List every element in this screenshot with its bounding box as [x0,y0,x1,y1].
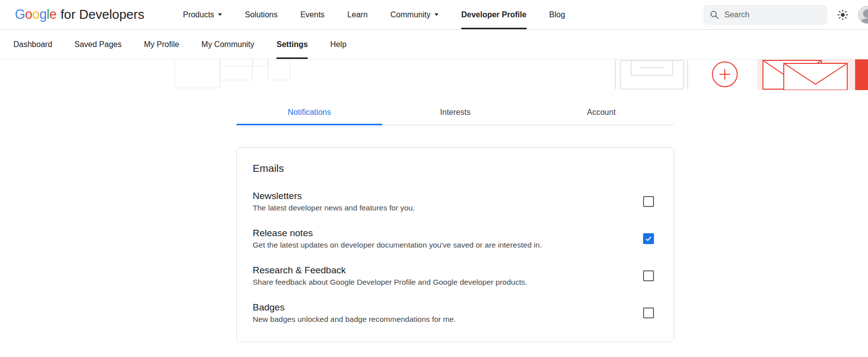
plus-circle-icon [712,61,738,87]
grid-decoration [220,59,253,80]
setting-description: The latest developer news and features f… [253,203,415,213]
avatar[interactable] [858,6,868,24]
grid-decoration [174,59,220,88]
decorative-banner [0,59,868,90]
subnav-label: Help [330,40,346,49]
top-nav: Products Solutions Events Learn Communit… [183,0,565,29]
theme-toggle-button[interactable] [837,9,848,20]
search-icon [709,10,719,20]
setting-text: Newsletters The latest developer news an… [253,189,430,213]
tab-label: Account [587,108,616,116]
chevron-down-icon [218,13,222,16]
emails-card: Emails Newsletters The latest developer … [236,147,674,342]
nav-learn[interactable]: Learn [347,0,368,29]
subnav-saved-pages[interactable]: Saved Pages [74,30,121,59]
tab-interests[interactable]: Interests [382,101,529,125]
setting-title: Badges [253,301,456,314]
search-input[interactable] [724,10,821,19]
setting-description: New badges unlocked and badge recommenda… [253,314,456,325]
setting-text: Badges New badges unlocked and badge rec… [253,301,471,325]
subnav-settings[interactable]: Settings [276,30,308,59]
tab-label: Notifications [288,108,331,116]
google-logo-text: Google [15,7,56,22]
nav-community[interactable]: Community [390,0,438,29]
nav-events[interactable]: Events [300,0,325,29]
logo-letter: e [50,7,57,22]
research-feedback-checkbox[interactable] [643,270,654,281]
nav-label: Developer Profile [461,10,527,19]
setting-title: Research & Feedback [253,263,527,277]
subnav-label: My Profile [144,40,179,49]
nav-label: Community [390,10,431,19]
subnav-label: Settings [276,40,308,49]
nav-label: Events [300,10,325,19]
logo-letter: o [32,7,40,22]
setting-row-release-notes: Release notes Get the latest updates on … [253,226,658,251]
subnav-dashboard[interactable]: Dashboard [13,30,52,59]
logo-letter: G [15,7,25,22]
search-box[interactable] [704,5,827,25]
setting-text: Release notes Get the latest updates on … [253,226,557,251]
setting-description: Get the latest updates on developer docu… [253,240,542,251]
chevron-down-icon [434,13,438,16]
settings-tabs: Notifications Interests Account [236,101,674,125]
setting-row-research-feedback: Research & Feedback Share feedback about… [253,263,658,288]
red-bar-decoration [855,59,868,90]
nav-developer-profile[interactable]: Developer Profile [461,0,527,29]
logo-letter: g [40,7,47,22]
nav-blog[interactable]: Blog [549,0,565,29]
setting-description: Share feedback about Google Developer Pr… [253,277,527,288]
tab-account[interactable]: Account [528,101,674,125]
sun-icon [837,9,848,20]
logo-suffix-text: for Developers [60,7,144,22]
badges-checkbox[interactable] [643,307,654,318]
subnav-my-community[interactable]: My Community [202,30,255,59]
subnav-label: Saved Pages [74,40,121,49]
subnav-help[interactable]: Help [330,30,346,59]
tab-label: Interests [440,108,470,116]
nav-label: Blog [549,10,565,19]
tab-notifications[interactable]: Notifications [236,101,382,125]
subnav-label: Dashboard [13,40,52,49]
grid-decoration [268,59,290,80]
google-developers-logo[interactable]: Google for Developers [15,0,144,29]
profile-subnav: Dashboard Saved Pages My Profile My Comm… [0,30,868,59]
envelopes-decoration [760,59,855,90]
top-header: Google for Developers Products Solutions… [0,0,868,30]
nav-label: Learn [347,10,368,19]
archive-outline-decoration [614,59,701,90]
newsletters-checkbox[interactable] [643,196,654,207]
nav-solutions[interactable]: Solutions [245,0,277,29]
setting-row-newsletters: Newsletters The latest developer news an… [253,189,658,213]
setting-title: Newsletters [253,189,415,203]
nav-products[interactable]: Products [183,0,222,29]
nav-label: Products [183,10,214,19]
card-title: Emails [253,162,658,174]
check-icon [645,235,652,243]
logo-letter: o [25,7,33,22]
subnav-my-profile[interactable]: My Profile [144,30,179,59]
setting-title: Release notes [253,226,542,240]
setting-row-badges: Badges New badges unlocked and badge rec… [253,301,658,325]
page: Google for Developers Products Solutions… [0,0,868,357]
release-notes-checkbox[interactable] [643,233,654,244]
header-right [704,0,868,29]
setting-text: Research & Feedback Share feedback about… [253,263,542,288]
nav-label: Solutions [245,10,277,19]
subnav-label: My Community [202,40,255,49]
grid-decoration [253,59,268,66]
